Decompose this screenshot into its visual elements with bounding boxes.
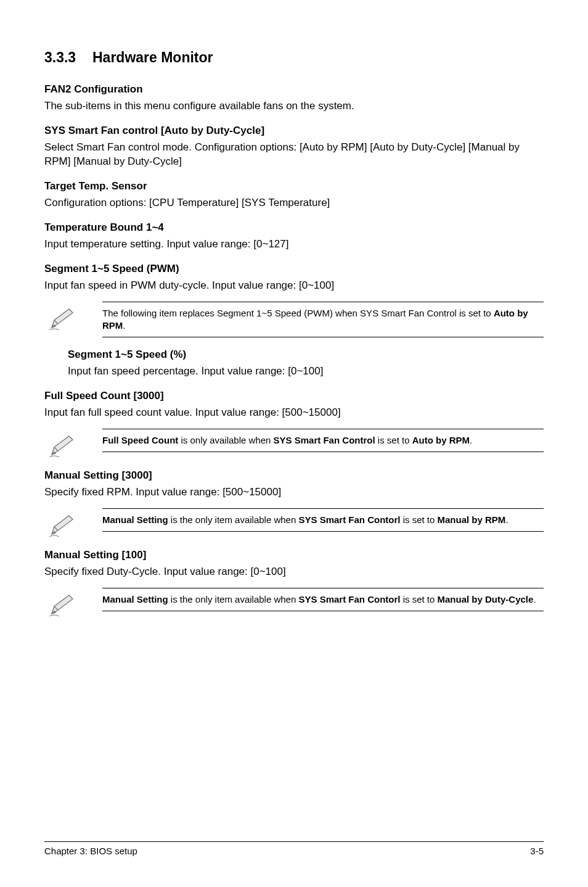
text-target-temp: Configuration options: [CPU Temperature]… bbox=[44, 196, 544, 210]
section-number: 3.3.3 bbox=[44, 49, 92, 66]
note-block-1: The following item replaces Segment 1~5 … bbox=[44, 302, 544, 338]
note-4-mid: is the only item available when bbox=[168, 594, 299, 604]
note-4-b2: SYS Smart Fan Contorl bbox=[298, 594, 400, 604]
note-1-post: . bbox=[123, 320, 125, 331]
note-3-b3: Manual by RPM bbox=[438, 514, 506, 525]
note-1-text: The following item replaces Segment 1~5 … bbox=[102, 302, 544, 338]
note-2-mid: is only available when bbox=[178, 435, 273, 445]
text-full-speed: Input fan full speed count value. Input … bbox=[44, 406, 544, 420]
note-3-post: . bbox=[505, 514, 508, 525]
pencil-icon bbox=[44, 588, 102, 617]
pencil-icon bbox=[44, 429, 102, 458]
note-2-b3: Auto by RPM bbox=[412, 435, 470, 445]
pencil-icon bbox=[44, 302, 102, 331]
note-3-mid2: is set to bbox=[400, 514, 437, 525]
note-3-text: Manual Setting is the only item availabl… bbox=[102, 508, 544, 532]
note-block-3: Manual Setting is the only item availabl… bbox=[44, 508, 544, 538]
footer-left: Chapter 3: BIOS setup bbox=[44, 846, 137, 856]
note-2-mid2: is set to bbox=[375, 435, 412, 445]
pencil-icon bbox=[44, 508, 102, 538]
note-2-b1: Full Speed Count bbox=[102, 435, 178, 445]
note-block-4: Manual Setting is the only item availabl… bbox=[44, 588, 544, 617]
page-footer: Chapter 3: BIOS setup 3-5 bbox=[44, 841, 544, 856]
text-seg-pct: Input fan speed percentage. Input value … bbox=[68, 365, 544, 379]
note-block-2: Full Speed Count is only available when … bbox=[44, 429, 544, 458]
heading-manual-100: Manual Setting [100] bbox=[44, 549, 544, 561]
note-4-post: . bbox=[533, 594, 536, 604]
note-4-b3: Manual by Duty-Cycle bbox=[438, 594, 534, 604]
note-3-b2: SYS Smart Fan Contorl bbox=[298, 514, 400, 525]
note-2-text: Full Speed Count is only available when … bbox=[102, 429, 544, 452]
text-fan2-config: The sub-items in this menu configure ava… bbox=[44, 99, 544, 113]
heading-sys-smart-fan: SYS Smart Fan control [Auto by Duty-Cycl… bbox=[44, 125, 544, 137]
note-4-text: Manual Setting is the only item availabl… bbox=[102, 588, 544, 611]
heading-manual-3000: Manual Setting [3000] bbox=[44, 469, 544, 482]
text-sys-smart-fan: Select Smart Fan control mode. Configura… bbox=[44, 141, 544, 169]
note-4-b1: Manual Setting bbox=[102, 594, 168, 604]
heading-temp-bound: Temperature Bound 1~4 bbox=[44, 221, 544, 234]
text-temp-bound: Input temperature setting. Input value r… bbox=[44, 237, 544, 252]
note-2-post: . bbox=[470, 435, 472, 445]
note-2-b2: SYS Smart Fan Control bbox=[274, 435, 375, 445]
note-3-mid: is the only item available when bbox=[168, 514, 299, 525]
heading-seg-pwm: Segment 1~5 Speed (PWM) bbox=[44, 263, 544, 275]
heading-target-temp: Target Temp. Sensor bbox=[44, 180, 544, 192]
heading-fan2-config: FAN2 Configuration bbox=[44, 83, 544, 96]
heading-seg-pct: Segment 1~5 Speed (%) bbox=[68, 349, 544, 361]
note-1-pre: The following item replaces Segment 1~5 … bbox=[102, 308, 494, 318]
section-heading: 3.3.3 Hardware Monitor bbox=[44, 49, 544, 66]
text-manual-3000: Specify fixed RPM. Input value range: [5… bbox=[44, 485, 544, 500]
note-4-mid2: is set to bbox=[400, 594, 437, 604]
text-manual-100: Specify fixed Duty-Cycle. Input value ra… bbox=[44, 565, 544, 579]
page-content: 3.3.3 Hardware Monitor FAN2 Configuratio… bbox=[0, 0, 588, 887]
text-seg-pwm: Input fan speed in PWM duty-cycle. Input… bbox=[44, 279, 544, 293]
note-3-b1: Manual Setting bbox=[102, 514, 168, 525]
section-title: Hardware Monitor bbox=[92, 49, 213, 66]
footer-right: 3-5 bbox=[530, 846, 544, 856]
heading-full-speed: Full Speed Count [3000] bbox=[44, 390, 544, 402]
